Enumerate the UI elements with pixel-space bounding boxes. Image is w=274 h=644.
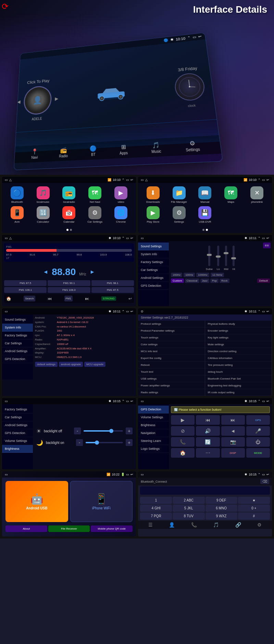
param-physical-buttons[interactable]: Physical buttons study bbox=[205, 321, 272, 327]
preset-5[interactable]: FM1 108.0 bbox=[48, 287, 90, 293]
return-btn-radio[interactable]: ↩ bbox=[128, 296, 132, 301]
menu-factory-brightness[interactable]: Factory Settings bbox=[2, 406, 33, 413]
key-1[interactable]: 1 bbox=[140, 497, 172, 504]
key-hash[interactable]: # bbox=[238, 512, 270, 520]
key-9def[interactable]: 9 DEF bbox=[206, 497, 237, 504]
hi-track[interactable] bbox=[233, 246, 235, 266]
android-usb-item[interactable]: 🤖 Android USB bbox=[5, 481, 68, 522]
brightness-off-plus[interactable]: + bbox=[126, 428, 133, 434]
file-receiver-btn[interactable]: File Receiver bbox=[48, 525, 90, 532]
freq-down-button[interactable]: ◄ bbox=[43, 269, 48, 275]
gps-mode-btn[interactable]: MODE bbox=[246, 448, 270, 458]
about-btn[interactable]: About bbox=[5, 525, 47, 532]
mode-custom[interactable]: Custom bbox=[171, 278, 184, 283]
app-avin[interactable]: 📱 Avin bbox=[5, 206, 29, 223]
preset-1[interactable]: FM1 87.5 bbox=[4, 280, 47, 286]
lo-track[interactable] bbox=[217, 246, 219, 266]
menu-sound-sysinfo[interactable]: Sound Settings bbox=[2, 316, 33, 324]
app-playstore[interactable]: ▶ Play Store bbox=[141, 206, 165, 223]
param-direction[interactable]: Direction control setting bbox=[205, 348, 272, 355]
bt-nav-music-icon[interactable]: 🎵 bbox=[213, 522, 219, 528]
param-engineering[interactable]: Engineering test debugging bbox=[205, 382, 272, 389]
menu-brightness-gps[interactable]: Brightness bbox=[138, 421, 169, 429]
preset-3[interactable]: FM1 98.1 bbox=[91, 280, 134, 286]
app-video[interactable]: ▶ video bbox=[109, 186, 133, 203]
menu-android-sysinfo[interactable]: Android Settings bbox=[2, 347, 33, 355]
menu-factory[interactable]: Factory Settings bbox=[138, 258, 169, 266]
menu-android-brightness[interactable]: Android Settings bbox=[2, 421, 33, 429]
preset-6[interactable]: FM1 87.5 bbox=[91, 287, 134, 293]
menu-factory-sysinfo[interactable]: Factory Settings bbox=[2, 332, 33, 339]
app-downloads[interactable]: ⬇ Downloads bbox=[141, 186, 165, 203]
param-protocol-params[interactable]: Protocol Parameter settings bbox=[138, 327, 205, 334]
mid-track[interactable] bbox=[225, 246, 227, 266]
param-reboot[interactable]: Reboot bbox=[138, 362, 205, 369]
param-color[interactable]: Color settings bbox=[138, 341, 205, 348]
freq-100hz[interactable]: 100Hz bbox=[184, 273, 195, 277]
brightness-on-slider[interactable] bbox=[86, 442, 123, 443]
param-touch[interactable]: Touch settings bbox=[138, 334, 205, 341]
menu-brightness-active[interactable]: Brightness bbox=[2, 445, 33, 453]
param-canbus[interactable]: CANbus information bbox=[205, 355, 272, 362]
brightness-on-plus[interactable]: + bbox=[126, 439, 133, 446]
param-usb[interactable]: USB settings bbox=[138, 375, 205, 382]
key-0plus[interactable]: 0 + bbox=[238, 505, 270, 512]
gps-vol-up-btn[interactable]: 🔊 bbox=[196, 426, 220, 436]
app-maps[interactable]: 🗺 Maps bbox=[219, 186, 242, 203]
param-mute[interactable]: Mute settings bbox=[205, 341, 272, 348]
menu-car-sysinfo[interactable]: Car Settings bbox=[2, 339, 33, 347]
app-manual[interactable]: 📖 Manual bbox=[194, 186, 217, 203]
mcu-upgrade-btn[interactable]: MCU upgrade bbox=[84, 362, 105, 367]
key-2abc[interactable]: 2 ABC bbox=[173, 497, 204, 504]
app-calendar[interactable]: 📅 Calendar bbox=[58, 206, 81, 223]
key-4ghi[interactable]: 4 GHI bbox=[140, 505, 172, 512]
brightness-off-slider[interactable] bbox=[84, 430, 123, 432]
param-ir[interactable]: IR code output setting bbox=[205, 389, 272, 396]
bt-nav-contacts-icon[interactable]: 👤 bbox=[169, 522, 175, 528]
gps-menu-btn[interactable]: ⋯ bbox=[196, 448, 220, 458]
gps-home-btn[interactable]: 🏠 bbox=[171, 448, 195, 458]
param-debug-touch[interactable]: debug touch bbox=[205, 369, 272, 375]
menu-gps[interactable]: GPS Detection bbox=[138, 282, 169, 290]
gps-mute-btn[interactable]: ⊘ bbox=[171, 426, 195, 436]
prev-btn-radio[interactable]: ⏮ bbox=[48, 296, 52, 301]
brightness-on-minus[interactable]: - bbox=[76, 439, 83, 446]
album-art[interactable]: 👤 bbox=[23, 85, 52, 115]
gps-disp-btn[interactable]: DISP bbox=[221, 448, 245, 458]
app-carsettings[interactable]: ⚙ Car Settings bbox=[83, 206, 107, 223]
app-localradio[interactable]: 📻 localradio bbox=[58, 186, 81, 203]
subw-track[interactable] bbox=[208, 246, 210, 266]
mode-rock[interactable]: Rock bbox=[220, 278, 229, 283]
app-localmusic[interactable]: 🎵 localmusic bbox=[32, 186, 55, 203]
gps-label-btn[interactable]: GPS bbox=[246, 415, 270, 425]
bt-backspace-btn[interactable]: ⌫ bbox=[260, 479, 269, 484]
bt-nav-settings-icon[interactable]: ⚙ bbox=[257, 522, 262, 528]
param-encoder[interactable]: Encoder settings bbox=[205, 327, 272, 334]
app-netnavi[interactable]: 🗺 Net Navi bbox=[83, 186, 107, 203]
param-export[interactable]: Export the config bbox=[138, 355, 205, 362]
menu-logo-gps[interactable]: Logo Settings bbox=[138, 445, 169, 453]
preset-4[interactable]: FM1 106.1 bbox=[4, 287, 47, 293]
gps-mic-btn[interactable]: 🎤 bbox=[246, 426, 270, 436]
android-upgrade-btn[interactable]: android upgrade bbox=[59, 362, 83, 367]
mode-classical[interactable]: Classical bbox=[185, 278, 199, 283]
app-filemanager[interactable]: 📁 File Manager bbox=[167, 186, 191, 203]
freq-160hz[interactable]: 160Hz bbox=[171, 273, 182, 277]
param-power-amp[interactable]: Power amplifier settings bbox=[138, 382, 205, 389]
app-chrome[interactable]: 🌐 Chrome bbox=[109, 206, 133, 223]
gps-play-btn[interactable]: ▶ bbox=[171, 415, 195, 425]
key-7pqr[interactable]: 7 PQR bbox=[140, 512, 172, 520]
param-tire[interactable]: Tire pressure setting bbox=[205, 362, 272, 369]
default-settings-btn[interactable]: default settings bbox=[35, 362, 58, 367]
menu-system-info[interactable]: System Info bbox=[138, 250, 169, 258]
menu-volume-gps[interactable]: Volume Settings bbox=[138, 413, 169, 421]
default-button[interactable]: Default bbox=[257, 278, 270, 283]
gps-back-btn[interactable]: ◄ bbox=[221, 426, 245, 436]
search-btn-radio[interactable]: Search bbox=[24, 296, 35, 301]
home-btn-radio[interactable]: 🏠 bbox=[6, 296, 11, 301]
menu-gps-sysinfo[interactable]: GPS Detection bbox=[2, 355, 33, 363]
brightness-off-minus[interactable]: - bbox=[74, 428, 81, 434]
freq-1000hz[interactable]: 1000Hz bbox=[196, 273, 209, 277]
param-radio-settings[interactable]: Radio settings bbox=[138, 389, 205, 396]
menu-volume-brightness[interactable]: Volume Settings bbox=[2, 437, 33, 445]
